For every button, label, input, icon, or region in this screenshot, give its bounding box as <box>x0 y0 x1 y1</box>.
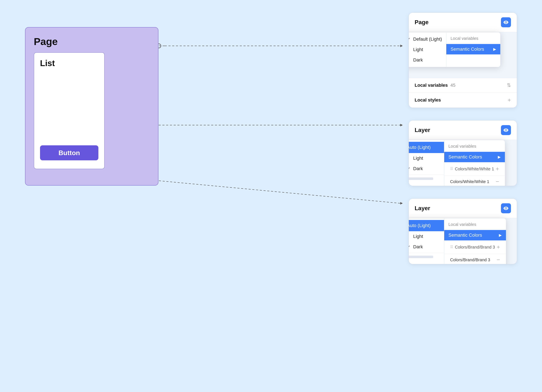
panel-3-eye-button[interactable] <box>501 203 511 213</box>
chevron-right-icon-3: ▶ <box>499 233 502 238</box>
panel-3-vars-row: ⠿ Colors/Brand/Brand 3 + <box>444 240 506 254</box>
panel-2-body: Pa: Local variables Auto (Light) Light ✓… <box>409 140 517 186</box>
button-element[interactable]: Button <box>40 145 98 160</box>
panels-area: Page Local variables ✓ Default (Light) <box>409 12 517 264</box>
remove-var-icon-3[interactable]: − <box>497 256 500 263</box>
add-var-icon[interactable]: + <box>496 166 499 172</box>
panel-2-eye-button[interactable] <box>501 125 511 135</box>
panel-2-var-item: Colors/White/White 1 − <box>444 176 505 186</box>
drag-handle-icon[interactable]: ⠿ <box>450 166 453 171</box>
panel-3-var-name: Colors/Brand/Brand 3 <box>455 245 495 250</box>
chevron-right-icon: ▶ <box>493 47 496 51</box>
panel-2-header: Layer <box>409 120 517 140</box>
remove-var-icon[interactable]: − <box>496 178 499 185</box>
filter-icon[interactable]: ⇅ <box>507 82 511 88</box>
panel-3-var-item: Colors/Brand/Brand 3 − <box>444 254 506 264</box>
panel-3-local-vars-header: Local variables <box>444 220 506 229</box>
dropdown-item-default[interactable]: ✓ Default (Light) <box>409 34 446 44</box>
panel-2-var-name: Colors/White/White 1 <box>455 167 494 171</box>
panel-3-dropdown-right: Local variables Semantic Colors ▶ ⠿ Colo… <box>444 218 506 264</box>
panel-2-semantic-colors[interactable]: Semantic Colors ▶ <box>444 152 505 162</box>
dropdown-3-item-light[interactable]: Light <box>409 231 444 242</box>
add-var-icon-3[interactable]: + <box>497 244 500 250</box>
auto-light-bar-3[interactable]: Auto (Light) <box>409 220 444 231</box>
panel-1-local-vars-row: Local variables 45 ⇅ <box>409 78 517 92</box>
panel-1-title: Page <box>415 19 428 26</box>
auto-light-bar-2[interactable]: Auto (Light) <box>409 142 444 153</box>
panel-3-semantic-colors[interactable]: Semantic Colors ▶ <box>444 230 506 240</box>
panel-3-dropdown: Auto (Light) Light ✓ Dark Local v <box>409 218 517 264</box>
dropdown-3-item-dark[interactable]: ✓ Dark <box>409 242 444 252</box>
local-variables-label: Local variables <box>415 82 448 88</box>
panel-3-dropdown-left: Auto (Light) Light ✓ Dark <box>409 218 444 264</box>
panel-1-eye-button[interactable] <box>501 17 511 27</box>
panel-1-local-styles-row: Local styles + <box>409 92 517 108</box>
panel-3: Layer Pa: Local variables Auto (Light) <box>409 198 517 264</box>
panel-1-local-vars-header: Local variables <box>446 34 500 43</box>
panel-2-title: Layer <box>415 127 430 133</box>
panel-1-dropdown-left: ✓ Default (Light) Light Dark <box>409 32 446 67</box>
list-title: List <box>40 59 98 68</box>
panel-2-local-vars-header: Local variables <box>444 142 505 151</box>
panel-1: Page Local variables ✓ Default (Light) <box>409 12 517 108</box>
chevron-right-icon-2: ▶ <box>498 155 501 159</box>
dropdown-2-item-dark[interactable]: ✓ Dark <box>409 163 444 174</box>
dropdown-item-dark[interactable]: Dark <box>409 55 446 65</box>
panel-1-body: Local variables ✓ Default (Light) Light … <box>409 32 517 78</box>
panel-1-header: Page <box>409 13 517 32</box>
svg-marker-3 <box>400 45 403 47</box>
page-frame: Page List Button <box>25 27 158 185</box>
dropdown-2-item-light[interactable]: Light <box>409 153 444 163</box>
panel-1-semantic-colors[interactable]: Semantic Colors ▶ <box>446 44 500 54</box>
panel-1-dropdown-right: Local variables Semantic Colors ▶ <box>446 32 500 67</box>
panel-1-dropdown: ✓ Default (Light) Light Dark Local varia… <box>409 32 517 67</box>
local-styles-label: Local styles <box>415 97 441 103</box>
panel-3-title: Layer <box>415 205 430 212</box>
local-variables-count: 45 <box>450 82 455 88</box>
panel-2-dropdown-left: Auto (Light) Light ✓ Dark <box>409 140 444 186</box>
panel-2-dropdown-right: Local variables Semantic Colors ▶ ⠿ Colo… <box>444 140 505 186</box>
add-local-styles-icon[interactable]: + <box>508 97 511 103</box>
list-frame: List Button <box>34 52 105 169</box>
panel-3-body: Pa: Local variables Auto (Light) Light ✓… <box>409 218 517 264</box>
svg-marker-7 <box>400 124 403 126</box>
panel-3-header: Layer <box>409 199 517 218</box>
dropdown-item-light[interactable]: Light <box>409 44 446 55</box>
panel-2-vars-row: ⠿ Colors/White/White 1 + <box>444 162 505 176</box>
svg-marker-11 <box>400 202 403 205</box>
page-title: Page <box>34 36 150 47</box>
panel-2: Layer Pa: Local variables Auto (Light) <box>409 120 517 186</box>
drag-handle-icon-3[interactable]: ⠿ <box>450 245 453 250</box>
panel-2-dropdown: Auto (Light) Light ✓ Dark Local v <box>409 140 517 186</box>
canvas-area: Page List Button <box>25 27 158 185</box>
